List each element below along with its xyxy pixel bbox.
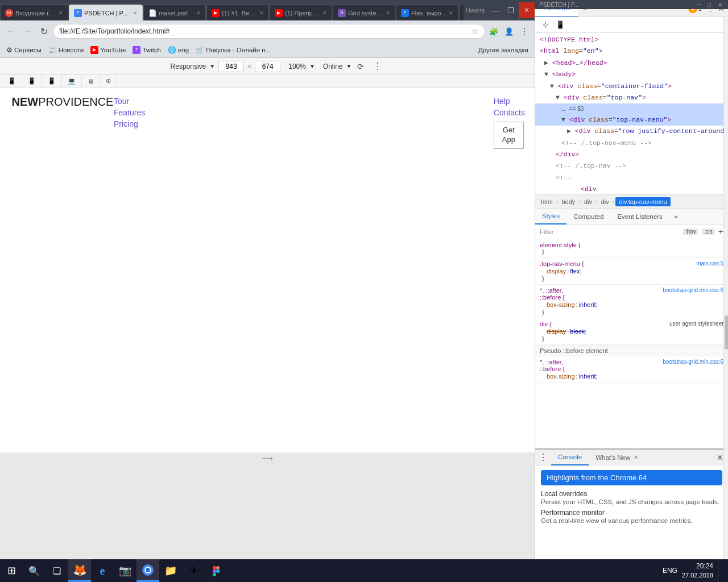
device-btn-1[interactable]: 📱 — [2, 75, 22, 88]
css-source-universal[interactable]: bootstrap-grid.min.css:6 — [663, 287, 723, 294]
taskview-button[interactable]: ❑ — [46, 559, 68, 582]
tree-line-body[interactable]: ▼ <body> — [535, 69, 728, 80]
device-btn-6[interactable]: ⊕ — [100, 75, 117, 88]
search-taskbar-button[interactable]: 🔍 — [23, 559, 46, 582]
viewport-online-icon[interactable]: ▼ — [346, 63, 352, 69]
bc-sep4: › — [613, 198, 615, 205]
webpage-area: NEWPROVIDENCE Tour Features Pricing Help… — [0, 88, 535, 559]
win-close[interactable]: ✕ — [519, 2, 535, 18]
bookmark-shopping[interactable]: 🛒 Покупка - Онлайн п... — [193, 45, 274, 55]
tab-youtube1[interactable]: ▶ (1) #1. Верст... ✕ — [206, 5, 269, 20]
tab-gmail[interactable]: M Входящие (1... ✕ — [0, 5, 68, 20]
taskbar-app-camera[interactable]: 📷 — [114, 559, 136, 582]
filter-add-btn[interactable]: + — [718, 227, 723, 237]
bc-active[interactable]: div.top-nav-menu — [615, 197, 670, 206]
tree-line-topnav[interactable]: ▼ <div class="top-nav"> — [535, 92, 728, 103]
win-minimize[interactable]: — — [487, 2, 503, 18]
console-tab-console[interactable]: Console — [551, 450, 589, 465]
inspect-element-btn[interactable]: ⊹ — [539, 18, 552, 32]
mobile-view-btn[interactable]: 📱 — [553, 18, 567, 32]
tab-close-flex[interactable]: ✕ — [449, 10, 453, 16]
bookmark-youtube[interactable]: ▶ YouTube — [88, 45, 129, 55]
viewport-zoom-icon[interactable]: ▼ — [309, 63, 315, 69]
tree-line-topnav-menu2[interactable]: ▼ <div class="top-nav-menu"> — [535, 114, 728, 126]
bookmark-other[interactable]: Другие закладки — [475, 45, 531, 55]
css-source-topnavmenu[interactable]: main.css:5 — [696, 260, 723, 267]
minimize-btn[interactable]: – — [693, 0, 704, 9]
tab-close-maket[interactable]: ✕ — [196, 10, 201, 16]
device-btn-2[interactable]: 📱 — [22, 75, 42, 88]
show-desktop-btn[interactable] — [718, 559, 721, 582]
bc-body[interactable]: body — [559, 197, 577, 206]
device-btn-3[interactable]: 📱 — [42, 75, 62, 88]
console-tab-whatsnew[interactable]: What's New ✕ — [589, 450, 645, 465]
viewport-rotate-icon[interactable]: ⟳ — [357, 62, 364, 71]
tab-close-yt1[interactable]: ✕ — [259, 10, 264, 16]
console-menu-icon[interactable]: ⋮ — [535, 452, 551, 463]
filter-pseudo-badge[interactable]: :hov — [683, 228, 698, 235]
taskbar-app-figma[interactable] — [205, 559, 228, 582]
viewport-width-input[interactable] — [218, 61, 244, 72]
nav-user-btn[interactable]: 👤 — [502, 24, 516, 38]
tab-maket[interactable]: 📄 maket.psd ✕ — [143, 5, 206, 20]
nav-link-help[interactable]: Help — [494, 97, 510, 106]
address-bar[interactable]: file:///E:/Site/To/portfolio/indext.html… — [53, 24, 485, 39]
devtools-scrollbar-thumb[interactable] — [725, 315, 728, 350]
tree-line-head[interactable]: ▶ <head>…</head> — [535, 57, 728, 69]
bookmark-novosti[interactable]: 📰 Новости — [46, 45, 87, 55]
styles-filter-input[interactable] — [556, 227, 680, 237]
tree-line-container[interactable]: ▼ <div class="container-fluid"> — [535, 81, 728, 92]
taskbar-app-edge[interactable]: e — [91, 559, 114, 582]
styles-tab-computed[interactable]: Computed — [566, 209, 610, 225]
nav-ext-btn[interactable]: 🧩 — [487, 24, 500, 38]
devtools-scrollbar[interactable] — [723, 17, 728, 559]
taskbar-app-chrome[interactable] — [136, 559, 159, 582]
nav-link-features[interactable]: Features — [114, 108, 145, 117]
bookmark-servisy[interactable]: ⚙ Сервисы — [3, 45, 44, 55]
tab-flex[interactable]: F Flex, выров... ✕ — [396, 5, 458, 20]
bc-html[interactable]: html — [539, 197, 555, 206]
tab-psdetch[interactable]: P PSDETCH | P... ✕ — [69, 5, 143, 20]
viewport-height-input[interactable] — [255, 61, 280, 72]
nav-link-contacts[interactable]: Contacts — [494, 108, 525, 117]
taskbar-app-firefox[interactable]: 🦊 — [68, 559, 91, 582]
tree-line-row[interactable]: ▶ <div class="row justify-content-around… — [535, 126, 728, 137]
maximize-btn[interactable]: □ — [704, 0, 714, 9]
taskbar-app-telegram[interactable]: ✈ — [182, 559, 205, 582]
device-btn-4[interactable]: 💻 — [62, 75, 82, 88]
responsive-menu-icon[interactable]: ⋮ — [373, 61, 382, 72]
responsive-dropdown-icon[interactable]: ▼ — [209, 63, 215, 69]
bookmark-twitch[interactable]: T Twitch — [130, 45, 164, 55]
taskbar-app-folder[interactable]: 📁 — [159, 559, 182, 582]
address-star-icon[interactable]: ☆ — [471, 27, 479, 36]
bookmark-eng[interactable]: 🌐 eng — [165, 45, 192, 55]
back-button[interactable]: ← — [3, 24, 18, 39]
bc-div2[interactable]: div — [599, 197, 611, 206]
styles-tab-more[interactable]: » — [669, 209, 682, 225]
nav-menu-btn[interactable]: ⋮ — [518, 24, 531, 38]
tree-line-topnav-menu[interactable]: … == $0 — [535, 103, 728, 115]
styles-tab-events[interactable]: Event Listeners — [610, 209, 669, 225]
win-restore[interactable]: ❐ — [503, 2, 519, 18]
nav-link-pricing[interactable]: Pricing — [114, 119, 145, 128]
css-source-pseudo[interactable]: bootstrap-grid.min.css:6 — [663, 359, 723, 365]
forward-button[interactable]: → — [20, 24, 35, 39]
filter-cls-badge[interactable]: .cls — [702, 228, 715, 235]
tab-youtube2[interactable]: ▶ (1) Препрои... ✕ — [270, 5, 332, 20]
bc-div1[interactable]: div — [582, 197, 594, 206]
tab-bootstrap[interactable]: B Grid system... ✕ — [333, 5, 395, 20]
close-btn[interactable]: ✕ — [714, 0, 726, 9]
whatsnew-close-icon[interactable]: ✕ — [634, 454, 638, 460]
tab-close-psdetch[interactable]: ✕ — [133, 10, 138, 16]
responsive-mode-label: Responsive — [171, 63, 206, 70]
css-semi-boxsizing: ; — [596, 301, 598, 308]
get-app-button[interactable]: Get App — [494, 122, 524, 149]
tab-close-gmail[interactable]: ✕ — [59, 10, 63, 16]
refresh-button[interactable]: ↻ — [36, 24, 51, 39]
styles-tab-styles[interactable]: Styles — [535, 209, 566, 225]
tab-close-yt2[interactable]: ✕ — [322, 10, 327, 16]
tab-close-bs[interactable]: ✕ — [386, 10, 390, 16]
nav-link-tour[interactable]: Tour — [114, 97, 145, 106]
device-btn-5[interactable]: 🖥 — [82, 75, 100, 88]
start-button[interactable]: ⊞ — [0, 559, 23, 582]
